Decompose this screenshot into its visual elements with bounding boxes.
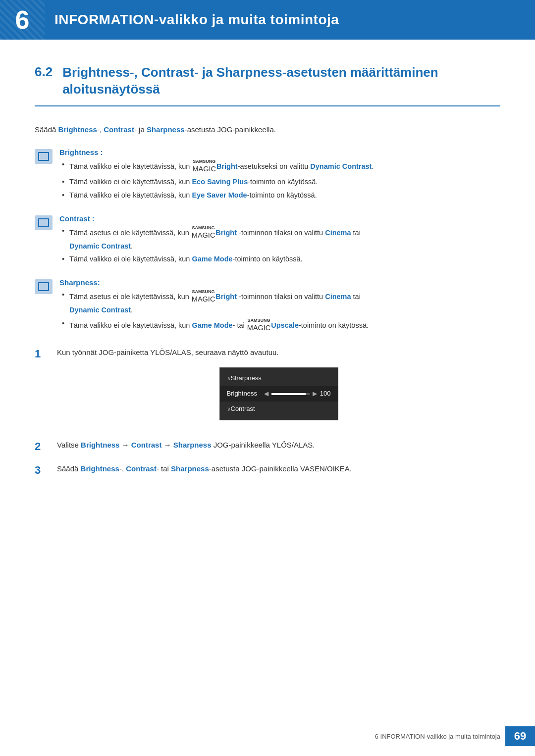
brightness-slider-label: Brightness [227,389,264,399]
magic-brand-1: SAMSUNGMAGIC [192,159,216,175]
brightness-note-icon [35,149,54,165]
brightness-value: 100 [317,389,331,399]
sharpness-note-icon [35,279,54,295]
step-2-number: 2 [35,440,52,453]
slider-fill [271,393,306,395]
step-1-number: 1 [35,348,52,360]
footer-page-number: 69 [505,726,535,746]
dynamic-contrast-1: Dynamic Contrast [310,162,372,170]
intro-brightness: Brightness [58,125,97,134]
step-3-number: 3 [35,464,52,477]
game-mode-1: Game Mode [192,255,232,263]
sharpness-bullet-2: Tämä valikko ei ole käytettävissä, kun G… [59,318,500,334]
ui-screenshot: ∧ Sharpness Brightness ◀ ▶ 100 ∨ [219,367,338,420]
brightness-bullet-3: Tämä valikko ei ole käytettävissä, kun E… [59,190,500,201]
header-title: INFORMATION-valikko ja muita toimintoja [45,12,339,28]
chevron-up-icon: ∧ [227,374,231,383]
header-banner: 6 INFORMATION-valikko ja muita toimintoj… [0,0,535,40]
cinema-link: Cinema [325,229,351,237]
main-content: 6.2 Brightness-, Contrast- ja Sharpness-… [0,40,535,526]
step2-contrast: Contrast [131,441,162,449]
eye-saver: Eye Saver Mode [192,191,247,199]
bright-link-2: Bright [215,229,237,237]
note-icon-inner-2 [35,215,53,230]
brightness-note-block: Brightness : Tämä valikko ei ole käytett… [35,148,500,203]
step-2-text: Valitse Brightness → Contrast → Sharpnes… [57,439,500,451]
ui-row-brightness: Brightness ◀ ▶ 100 [220,386,338,402]
intro-sharpness: Sharpness [147,125,185,134]
sharpness-note-block: Sharpness: Tämä asetus ei ole käytettävi… [35,278,500,336]
contrast-menu-label: Contrast [231,404,255,414]
chapter-number-box: 6 [0,0,45,40]
chapter-number: 6 [15,5,30,35]
contrast-list: Tämä asetus ei ole käytettävissä, kun SA… [59,226,500,265]
footer-text: 6 INFORMATION-valikko ja muita toimintoj… [375,733,500,740]
brightness-label: Brightness : [59,148,500,156]
game-mode-2: Game Mode [192,321,232,329]
contrast-note-content: Contrast : Tämä asetus ei ole käytettävi… [59,214,500,267]
dynamic-contrast-2: Dynamic Contrast [69,242,131,250]
contrast-bullet-1: Tämä asetus ei ole käytettävissä, kun SA… [59,226,500,252]
page-footer: 6 INFORMATION-valikko ja muita toimintoj… [0,726,535,746]
bright-link-1: Bright [216,162,238,170]
step-1-block: 1 Kun työnnät JOG-painiketta YLÖS/ALAS, … [35,347,500,429]
sharpness-list: Tämä asetus ei ole käytettävissä, kun SA… [59,290,500,333]
step3-brightness: Brightness [81,464,119,473]
ui-row-contrast: ∨ Contrast [220,402,338,417]
step2-brightness: Brightness [81,441,119,449]
upscale-link: Upscale [271,321,299,329]
sharpness-menu-label: Sharpness [231,373,262,384]
slider-left-arrow-icon: ◀ [264,389,268,399]
brightness-bullet-2: Tämä valikko ei ole käytettävissä, kun E… [59,177,500,188]
step-1-text: Kun työnnät JOG-painiketta YLÖS/ALAS, se… [57,347,500,429]
sharpness-label: Sharpness: [59,278,500,287]
intro-text: Säädä Brightness-, Contrast- ja Sharpnes… [35,124,500,136]
section-heading: 6.2 Brightness-, Contrast- ja Sharpness-… [35,64,500,106]
ui-row-sharpness: ∧ Sharpness [220,371,338,386]
contrast-bullet-2: Tämä valikko ei ole käytettävissä, kun G… [59,254,500,265]
magic-brand-3: SAMSUNGMAGIC [192,290,215,305]
contrast-label: Contrast : [59,214,500,223]
note-icon-inner [35,149,53,164]
chevron-down-icon: ∨ [227,405,231,414]
magic-brand-4: SAMSUNGMAGIC [247,318,271,334]
sharpness-bullet-1: Tämä asetus ei ole käytettävissä, kun SA… [59,290,500,316]
step3-contrast: Contrast [126,464,157,473]
sharpness-note-content: Sharpness: Tämä asetus ei ole käytettävi… [59,278,500,336]
step-3-block: 3 Säädä Brightness-, Contrast- tai Sharp… [35,463,500,477]
brightness-bullet-1: Tämä valikko ei ole käytettävissä, kun S… [59,159,500,175]
step2-sharpness: Sharpness [173,441,212,449]
dynamic-contrast-3: Dynamic Contrast [69,306,131,314]
section-title: Brightness-, Contrast- ja Sharpness-aset… [62,64,500,98]
section-number: 6.2 [35,64,53,80]
note-icon-inner-3 [35,279,53,294]
contrast-note-icon [35,215,54,231]
magic-brand-2: SAMSUNGMAGIC [192,226,215,241]
brightness-note-content: Brightness : Tämä valikko ei ole käytett… [59,148,500,203]
intro-contrast: Contrast [104,125,134,134]
eco-saving: Eco Saving Plus [192,178,248,186]
slider-right-arrow-icon: ▶ [313,389,317,399]
step-2-block: 2 Valitse Brightness → Contrast → Sharpn… [35,439,500,453]
slider-track [271,393,310,395]
step3-sharpness: Sharpness [171,464,209,473]
brightness-list: Tämä valikko ei ole käytettävissä, kun S… [59,159,500,201]
cinema-link-2: Cinema [325,293,351,301]
contrast-note-block: Contrast : Tämä asetus ei ole käytettävi… [35,214,500,267]
step-3-text: Säädä Brightness-, Contrast- tai Sharpne… [57,463,500,475]
bright-link-3: Bright [215,293,237,301]
